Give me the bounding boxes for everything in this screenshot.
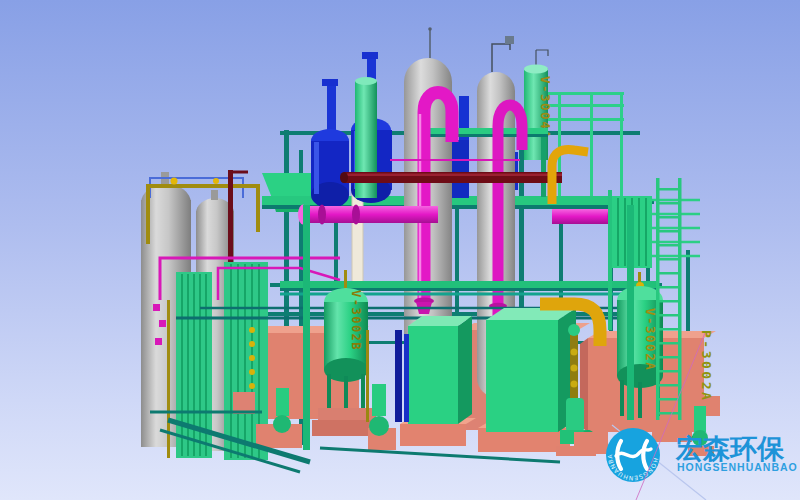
magenta-header-left <box>298 205 438 225</box>
green-box-small <box>400 316 476 446</box>
model-viewport[interactable]: V-3004A <box>0 0 800 500</box>
cad-render-window: V-3004A <box>0 0 800 500</box>
brand-name-en: HONGSENHUANBAO <box>677 461 798 473</box>
maroon-header-pipe <box>340 172 562 183</box>
brand-name-cn: 宏森环保 <box>675 433 785 464</box>
navy-cabinets <box>395 330 409 422</box>
magenta-header-right <box>552 206 617 227</box>
label-v3002b: V-3002B <box>349 290 363 351</box>
label-v3002a: V-3002A <box>643 308 658 371</box>
